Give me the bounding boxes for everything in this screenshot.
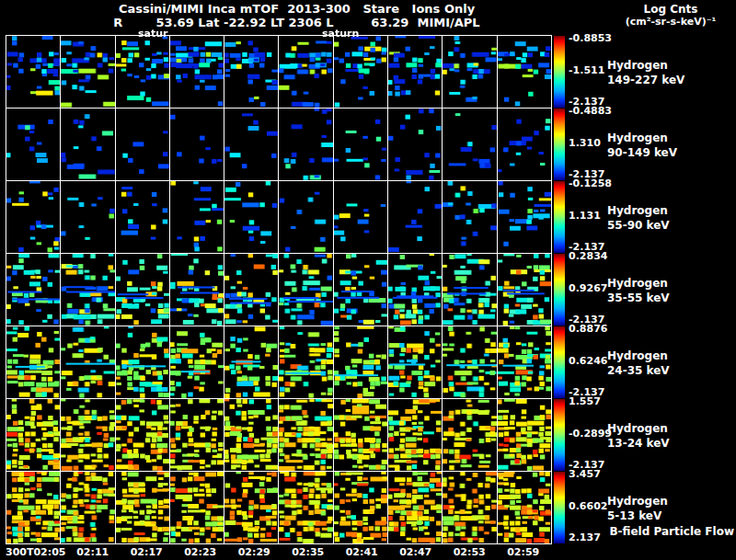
colorbar-label-max: 1.557: [569, 395, 601, 407]
heatmap-panel: [388, 254, 442, 326]
heatmap-panel: [116, 36, 169, 108]
heatmap-canvas: [498, 399, 551, 471]
heatmap-panel: [61, 109, 114, 180]
plot-title: Cassini/MIMI Inca mTOF 2013-300 Stare Io…: [0, 2, 593, 16]
heatmap-panel: [61, 254, 114, 326]
heatmap-panel: [443, 399, 496, 471]
heatmap-canvas: [279, 254, 332, 326]
time-tick-label: 02:59: [496, 546, 550, 558]
heatmap-panel: [279, 109, 332, 180]
heatmap-canvas: [6, 109, 60, 180]
row-species-name: Hydrogen: [607, 349, 670, 363]
heatmap-panel: [334, 181, 387, 253]
row-energy-band: 35-55 keV: [607, 291, 670, 305]
heatmap-canvas: [334, 254, 387, 326]
heatmap-panel: [279, 36, 332, 108]
heatmap-panel: [170, 109, 224, 180]
heatmap-panel: [388, 109, 442, 180]
row-species-name: Hydrogen: [607, 494, 668, 509]
time-tick-label: 02:23: [173, 546, 227, 558]
row-energy-band: 13-24 keV: [607, 436, 670, 451]
heatmap-canvas: [6, 181, 60, 253]
heatmap-canvas: [498, 109, 551, 180]
heatmap-panel: [224, 326, 278, 398]
heatmap-canvas: [224, 36, 278, 108]
heatmap-panel: [224, 399, 278, 471]
heatmap-canvas: [224, 472, 278, 543]
row-energy-label: Hydrogen5-13 keV: [607, 494, 668, 523]
heatmap-panel: [224, 472, 278, 543]
colorbar-label-max: -0.1258: [569, 177, 612, 189]
colorbar-label-max: -0.8853: [569, 32, 612, 44]
heatmap-panel: [279, 254, 332, 326]
heatmap-canvas: [334, 326, 387, 398]
heatmap-canvas: [279, 181, 332, 253]
heatmap-panel: [443, 109, 496, 180]
heatmap-canvas: [116, 326, 169, 398]
row-energy-label: Hydrogen149-227 keV: [607, 58, 684, 87]
row-energy-band: 90-149 keV: [607, 145, 677, 160]
heatmap-panel: [498, 254, 551, 326]
colorbar-label-max: 0.8876: [569, 323, 607, 335]
colorbar-label-max: 0.2834: [569, 250, 607, 262]
heatmap-panel: [170, 326, 224, 398]
time-tick-label: 300T02:05: [6, 546, 65, 558]
heatmap-canvas: [61, 36, 114, 108]
heatmap-panel: [6, 472, 60, 543]
heatmap-canvas: [388, 181, 442, 253]
heatmap-canvas: [388, 472, 442, 543]
heatmap-canvas: [279, 326, 332, 398]
heatmap-panel: [224, 254, 278, 326]
colorbar-label-mid: 0.6602: [569, 500, 607, 512]
heatmap-panel: [498, 181, 551, 253]
heatmap-canvas: [170, 326, 224, 398]
heatmap-panel: [279, 326, 332, 398]
row-energy-label: Hydrogen24-35 keV: [607, 349, 670, 378]
colorbar-label-mid: -0.2899: [569, 428, 612, 440]
row-energy-label: Hydrogen13-24 keV: [607, 421, 670, 451]
colorbar: [554, 399, 565, 471]
heatmap-panel: [6, 326, 60, 398]
heatmap-panel: [224, 36, 278, 108]
heatmap-canvas: [6, 326, 60, 398]
heatmap-canvas: [334, 109, 387, 180]
heatmap-panel: [443, 181, 496, 253]
row-species-name: Hydrogen: [607, 276, 670, 291]
heatmap-canvas: [116, 254, 169, 326]
heatmap-canvas: [61, 254, 114, 326]
colorbar-units: (cm²-sr-s-keV)⁻¹: [605, 16, 736, 28]
heatmap-panel: [443, 36, 496, 108]
heatmap-panel: [6, 181, 60, 253]
plot-subtitle: R 53.69 Lat -22.92 LT 2306 L 63.29 MIMI/…: [0, 16, 593, 29]
heatmap-panel: [224, 109, 278, 180]
heatmap-panel: [6, 36, 60, 108]
heatmap-panel: [170, 36, 224, 108]
colorbar-label-mid: 1.310: [569, 137, 601, 149]
heatmap-canvas: [170, 254, 224, 326]
heatmap-panel: [170, 472, 224, 543]
heatmap-canvas: [61, 399, 114, 471]
heatmap-panel: [498, 472, 551, 543]
heatmap-panel: [61, 472, 114, 543]
heatmap-panel: [334, 36, 387, 108]
heatmap-canvas: [170, 36, 224, 108]
heatmap-canvas: [116, 399, 169, 471]
heatmap-canvas: [388, 326, 442, 398]
heatmap-panel: [334, 399, 387, 471]
heatmap-canvas: [224, 109, 278, 180]
heatmap-panel: [443, 472, 496, 543]
row-energy-band: 24-35 keV: [607, 363, 670, 378]
heatmap-panel: [388, 181, 442, 253]
heatmap-panel: [498, 36, 551, 108]
colorbar-label-max: -0.4883: [569, 105, 612, 117]
heatmap-canvas: [224, 181, 278, 253]
heatmap-panel: [6, 399, 60, 471]
bfield-flow-label: B-field Particle Flow: [559, 525, 734, 538]
row-energy-band: 55-90 keV: [607, 218, 670, 233]
heatmap-canvas: [116, 472, 169, 543]
heatmap-panel: [6, 254, 60, 326]
heatmap-canvas: [388, 36, 442, 108]
time-tick-label: 02:11: [65, 546, 120, 558]
heatmap-canvas: [388, 399, 442, 471]
row-energy-label: Hydrogen35-55 keV: [607, 276, 670, 305]
